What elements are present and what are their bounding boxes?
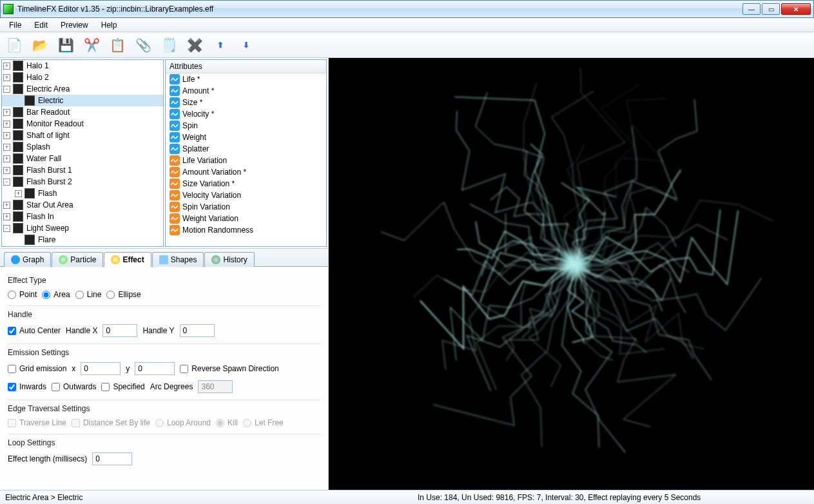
traverse-line-checkbox: Traverse Line (8, 418, 66, 427)
tree-toggle-icon[interactable]: - (3, 86, 10, 93)
attribute-item[interactable]: Life Variation (166, 155, 326, 166)
tree-item[interactable]: +Flash In (2, 211, 163, 222)
tree-toggle-icon[interactable]: + (3, 144, 10, 151)
wave-icon (170, 179, 180, 189)
tree-item[interactable]: -Light Sweep (2, 222, 163, 234)
tree-item[interactable]: -Flash Burst 2 (2, 176, 163, 188)
attribute-item[interactable]: Weight Variation (166, 213, 326, 224)
move-down-button[interactable]: ⬇ (237, 36, 255, 54)
tree-item[interactable]: +Flash (2, 188, 163, 199)
tree-item[interactable]: +Halo 2 (2, 72, 163, 83)
tree-item[interactable]: +Shaft of light (2, 130, 163, 141)
maximize-button[interactable]: ▭ (762, 3, 780, 15)
copy-button[interactable]: 📋 (108, 36, 126, 54)
delete-button[interactable]: ✖️ (186, 36, 204, 54)
effect-length-input[interactable] (92, 452, 132, 465)
radio-line[interactable]: Line (75, 290, 102, 299)
tree-toggle-icon[interactable]: + (3, 132, 10, 139)
inwards-checkbox[interactable]: Inwards (8, 382, 46, 391)
tab-effect[interactable]: Effect (104, 252, 151, 267)
attribute-item[interactable]: Size * (166, 97, 326, 108)
tree-item[interactable]: Electric (2, 95, 163, 106)
attributes-panel[interactable]: Attributes Life *Amount *Size *Velocity … (165, 59, 327, 247)
minimize-button[interactable]: — (742, 3, 761, 15)
tree-toggle-icon[interactable]: + (3, 109, 10, 116)
tree-toggle-icon[interactable]: - (3, 225, 10, 232)
tree-toggle-icon[interactable]: + (3, 155, 10, 162)
handle-y-input[interactable] (180, 324, 215, 337)
handle-title: Handle (8, 310, 320, 319)
attribute-item[interactable]: Splatter (166, 143, 326, 155)
tree-toggle-icon[interactable]: + (3, 121, 10, 128)
new-file-button[interactable]: 📄 (5, 36, 23, 54)
handle-y-label: Handle Y (142, 326, 174, 335)
attribute-item[interactable]: Life * (166, 73, 326, 85)
outwards-checkbox[interactable]: Outwards (52, 382, 96, 391)
attribute-item[interactable]: Spin (166, 120, 326, 131)
attribute-item[interactable]: Amount * (166, 85, 326, 97)
open-button[interactable]: 📂 (31, 36, 49, 54)
preview-viewport[interactable] (329, 58, 814, 490)
tree-item[interactable]: +Bar Readout (2, 106, 163, 118)
tree-toggle-icon[interactable]: - (3, 179, 10, 186)
attribute-item[interactable]: Spin Variation (166, 201, 326, 213)
tree-toggle-icon[interactable]: + (3, 63, 10, 70)
tree-toggle-icon (15, 97, 22, 104)
attribute-label: Size Variation * (182, 179, 235, 188)
paste-button[interactable]: 📎 (134, 36, 152, 54)
tree-item[interactable]: +Halo 1 (2, 60, 163, 72)
move-up-button[interactable]: ⬆ (211, 36, 229, 54)
tree-item[interactable]: Flare (2, 234, 163, 246)
menu-edit[interactable]: Edit (29, 19, 53, 31)
attribute-item[interactable]: Weight (166, 131, 326, 143)
attribute-item[interactable]: Velocity * (166, 108, 326, 120)
effect-item-icon (13, 84, 23, 94)
radio-area[interactable]: Area (42, 290, 70, 299)
menu-help[interactable]: Help (96, 19, 122, 31)
handle-x-input[interactable] (102, 324, 137, 337)
tree-item[interactable]: +Splash (2, 141, 163, 153)
attribute-label: Spin (182, 121, 198, 130)
tree-toggle-icon[interactable]: + (3, 167, 10, 174)
tab-graph[interactable]: Graph (4, 252, 51, 267)
save-button[interactable]: 💾 (57, 36, 75, 54)
effect-tree[interactable]: +Halo 1+Halo 2-Electric AreaElectric+Bar… (1, 59, 164, 247)
effect-item-icon (13, 153, 23, 164)
tree-toggle-icon[interactable]: + (3, 202, 10, 209)
radio-ellipse[interactable]: Ellipse (106, 290, 141, 299)
tree-item[interactable]: +Water Fall (2, 153, 163, 164)
tab-shapes[interactable]: Shapes (152, 252, 204, 267)
tab-history[interactable]: History (204, 252, 254, 267)
loop-title: Loop Settings (8, 438, 320, 447)
specified-checkbox[interactable]: Specified (101, 382, 144, 391)
tree-item[interactable]: +Monitor Readout (2, 118, 163, 130)
tree-item[interactable]: +Flash Burst 1 (2, 164, 163, 176)
cut-button[interactable]: ✂️ (82, 36, 101, 54)
tree-toggle-icon[interactable]: + (3, 213, 10, 220)
window-title: TimelineFX Editor v1.35 - zip::incbin::L… (17, 5, 742, 14)
reverse-spawn-checkbox[interactable]: Reverse Spawn Direction (180, 364, 278, 373)
menu-file[interactable]: File (4, 19, 26, 31)
close-button[interactable] (781, 3, 811, 15)
tree-toggle-icon[interactable]: + (3, 74, 10, 81)
grid-emission-checkbox[interactable]: Grid emission (8, 364, 66, 373)
emission-y-input[interactable] (135, 362, 175, 375)
tree-toggle-icon[interactable]: + (15, 190, 22, 197)
attribute-item[interactable]: Amount Variation * (166, 166, 326, 178)
effect-item-icon (13, 119, 23, 129)
radio-point[interactable]: Point (8, 290, 37, 299)
auto-center-checkbox[interactable]: Auto Center (8, 326, 61, 335)
attribute-item[interactable]: Motion Randomness (166, 224, 326, 236)
status-bar: Electric Area > Electric In Use: 184, Un… (0, 490, 814, 504)
tree-item[interactable]: +Star Out Area (2, 199, 163, 211)
emission-x-input[interactable] (81, 362, 121, 375)
attribute-item[interactable]: Size Variation * (166, 178, 326, 189)
wave-icon (170, 167, 180, 177)
tree-item-label: Shaft of light (26, 131, 70, 140)
tab-particle[interactable]: Particle (52, 252, 103, 267)
attribute-item[interactable]: Velocity Variation (166, 189, 326, 201)
new-effect-button[interactable]: 🗒️ (160, 36, 178, 54)
tree-item[interactable]: -Electric Area (2, 83, 163, 95)
menu-preview[interactable]: Preview (55, 19, 93, 31)
effect-item-icon (13, 177, 23, 187)
